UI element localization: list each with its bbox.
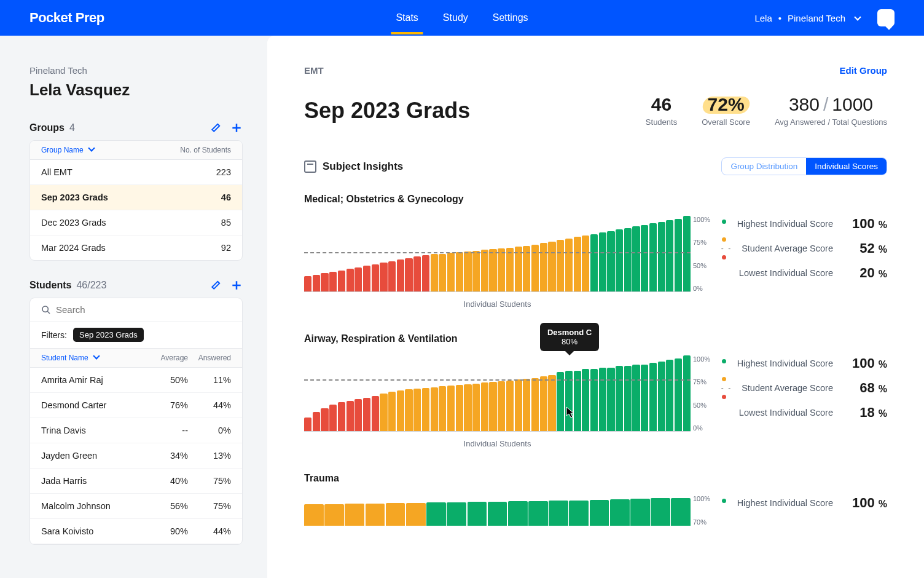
chart-bar[interactable]: [549, 501, 568, 526]
chart-bar[interactable]: [372, 396, 379, 431]
chart-bar[interactable]: [304, 504, 324, 526]
chart-bar[interactable]: [569, 501, 589, 526]
chart-bar[interactable]: [489, 382, 496, 431]
chart-bar[interactable]: [548, 242, 555, 291]
chart-bar[interactable]: [338, 271, 345, 291]
chart-bar[interactable]: [523, 379, 530, 431]
chart-bar[interactable]: [498, 248, 505, 291]
chart-bar[interactable]: [447, 253, 455, 291]
chart-bar[interactable]: [528, 501, 548, 526]
chart-bar[interactable]: [616, 229, 623, 291]
chart-bar[interactable]: [531, 378, 539, 431]
chart-bar[interactable]: [354, 267, 362, 291]
student-row[interactable]: Amrita Amir Raj50%11%: [30, 368, 242, 393]
chart-bar[interactable]: [363, 266, 370, 291]
chart-bar[interactable]: [624, 228, 632, 291]
chart-bar[interactable]: [574, 237, 581, 291]
groups-col-count[interactable]: No. of Students: [180, 146, 231, 154]
chart-bar[interactable]: [683, 216, 691, 291]
student-row[interactable]: Jayden Green34%13%: [30, 443, 242, 469]
chart-bar[interactable]: [431, 254, 438, 292]
chart-bar[interactable]: [422, 388, 429, 431]
chart-bar[interactable]: [582, 236, 589, 291]
chart-bar[interactable]: [346, 269, 354, 291]
student-row[interactable]: Trina Davis--0%: [30, 418, 242, 443]
group-row[interactable]: All EMT223: [30, 160, 242, 185]
chart-bar[interactable]: [439, 254, 446, 292]
chart-bar[interactable]: [464, 384, 471, 431]
chart-bar[interactable]: [506, 248, 514, 291]
org-switcher[interactable]: Lela • Pineland Tech: [754, 9, 895, 26]
chart-bar[interactable]: [464, 251, 471, 291]
chart-bar[interactable]: [624, 366, 632, 431]
chart-bar[interactable]: [338, 402, 345, 431]
chart-bar[interactable]: [304, 276, 311, 291]
toggle-individual-scores[interactable]: Individual Scores: [806, 158, 887, 175]
chart-bar[interactable]: [540, 243, 547, 291]
chart-bar[interactable]: [388, 261, 396, 291]
chart-bar[interactable]: [489, 249, 496, 291]
chart-bar[interactable]: [380, 394, 387, 432]
nav-stats[interactable]: Stats: [391, 1, 423, 34]
chart-bar[interactable]: [607, 368, 614, 431]
chart-bar[interactable]: [413, 256, 421, 291]
chart-bar[interactable]: [508, 501, 528, 526]
chart-bar[interactable]: [386, 503, 405, 526]
group-row[interactable]: Dec 2023 Grads85: [30, 210, 242, 236]
student-row[interactable]: Malcolm Johnson56%75%: [30, 494, 242, 519]
chart-bar[interactable]: [439, 386, 446, 431]
chart-bar[interactable]: [345, 504, 364, 526]
chart-bar[interactable]: [372, 264, 379, 291]
chart-bar[interactable]: [649, 223, 657, 291]
chart-bar[interactable]: [456, 385, 463, 431]
add-student-icon[interactable]: [230, 279, 243, 291]
edit-group-link[interactable]: Edit Group: [840, 65, 888, 76]
chart-bar[interactable]: [557, 372, 564, 431]
chart-bar[interactable]: [406, 503, 426, 526]
chart-bar[interactable]: [472, 251, 480, 291]
student-search-input[interactable]: [56, 304, 231, 315]
chart-bar[interactable]: [607, 231, 614, 291]
chart-bar[interactable]: [363, 398, 370, 431]
chart-bar[interactable]: [366, 504, 385, 526]
chart-bar[interactable]: [675, 219, 682, 291]
nav-settings[interactable]: Settings: [488, 1, 533, 34]
chart-bar[interactable]: [321, 273, 328, 291]
chart-bar[interactable]: [431, 387, 438, 431]
chart-bar[interactable]: [397, 390, 404, 431]
nav-study[interactable]: Study: [438, 1, 473, 34]
chart-bar[interactable]: [590, 500, 609, 526]
toggle-group-distribution[interactable]: Group Distribution: [722, 158, 806, 175]
chart-bar[interactable]: [641, 225, 648, 291]
chart-bar[interactable]: [346, 401, 354, 431]
group-row[interactable]: Sep 2023 Grads46: [30, 185, 242, 210]
chart-bar[interactable]: [405, 258, 412, 291]
chart-bar[interactable]: [599, 368, 606, 431]
add-group-icon[interactable]: [230, 122, 243, 134]
chart-bar[interactable]: [632, 365, 640, 431]
students-col-name[interactable]: Student Name: [41, 354, 145, 362]
student-row[interactable]: Sara Koivisto90%44%: [30, 519, 242, 544]
chart-bar[interactable]: [649, 363, 657, 431]
students-col-avg[interactable]: Average: [145, 354, 188, 362]
groups-col-name[interactable]: Group Name: [41, 146, 94, 154]
chart-bar[interactable]: [666, 360, 673, 431]
chart-bar[interactable]: [481, 250, 488, 291]
chart-bar[interactable]: [313, 412, 320, 431]
chart-bar[interactable]: [590, 234, 598, 291]
chart-bar[interactable]: [548, 375, 555, 431]
students-col-ans[interactable]: Answered: [188, 354, 231, 362]
chart-bar[interactable]: [321, 408, 328, 431]
chart-bar[interactable]: [447, 502, 466, 526]
chart-bar[interactable]: [472, 384, 480, 431]
chart-bar[interactable]: [515, 379, 522, 431]
chart-bar[interactable]: [632, 226, 640, 291]
chart-bar[interactable]: [354, 399, 362, 431]
chart-bar[interactable]: [658, 222, 665, 291]
chart-bar[interactable]: [630, 499, 650, 526]
chart-bar[interactable]: [616, 366, 623, 431]
chart-bar[interactable]: [405, 389, 412, 431]
chart-bar[interactable]: [413, 389, 421, 431]
chart-bar[interactable]: [388, 392, 396, 431]
chart-bar[interactable]: [683, 355, 691, 431]
